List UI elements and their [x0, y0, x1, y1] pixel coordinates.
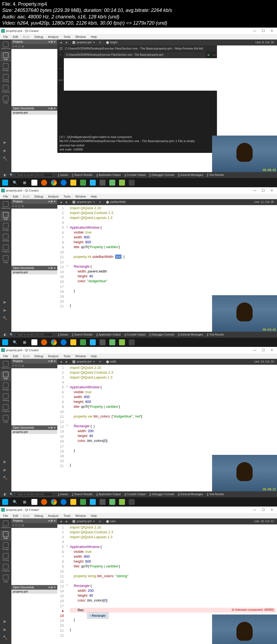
media-info-header: File: 4. Property.mp4 Size: 240537640 by…	[0, 0, 277, 28]
app-icon[interactable]	[127, 179, 136, 187]
app-icon[interactable]	[108, 179, 117, 187]
projects-header[interactable]: Projects▾ ⊞ ✕	[11, 40, 57, 44]
app-icon[interactable]	[88, 179, 97, 187]
run-button[interactable]: ▶	[2, 139, 8, 146]
store-icon[interactable]	[30, 179, 39, 187]
qt-icon	[1, 189, 5, 192]
titlebar[interactable]: property.qml - Qt Creator —☐✕	[0, 187, 277, 194]
open-doc-item[interactable]: property.qml	[11, 111, 57, 115]
qt-creator-window: property.qml - Qt Creator —☐✕ FileEditBu…	[0, 187, 277, 338]
minimize-button[interactable]: —	[250, 28, 259, 34]
titlebar[interactable]: property.qml - Qt Creator — ☐ ✕	[0, 28, 277, 34]
menu-window[interactable]: Window	[73, 35, 88, 39]
run-controls: ▶ ▶ 🔨	[2, 139, 8, 162]
menu-edit[interactable]: Edit	[11, 35, 20, 39]
tab-msg[interactable]: 6General Messages	[176, 173, 205, 177]
ninja-preview-window[interactable]: C:/Users/GODWIN/Desktop/Exercise Files/S…	[57, 45, 217, 153]
term-remove[interactable]: —	[57, 66, 64, 70]
mode-edit[interactable]: Edit	[1, 51, 11, 62]
tab-issues[interactable]: 1Issues	[56, 173, 70, 177]
autocomplete-popup[interactable]: ▫ Rectangle	[87, 613, 108, 619]
window-controls: — ☐ ✕	[250, 28, 276, 34]
start-button[interactable]	[1, 179, 10, 187]
menu-build[interactable]: Build	[21, 35, 32, 39]
menu-analyze[interactable]: Analyze	[46, 35, 61, 39]
app-icon[interactable]	[78, 179, 88, 187]
menubar: File Edit Build Debug Analyze Tools Wind…	[0, 34, 277, 40]
app-icon[interactable]	[98, 179, 107, 187]
mode-help[interactable]: Help	[1, 95, 11, 105]
mode-design[interactable]: Design	[1, 62, 11, 73]
autocomplete-item[interactable]: ▫ Rectangle	[88, 613, 108, 618]
nav-back[interactable]: ◄	[58, 41, 63, 44]
build-button[interactable]: 🔨	[2, 155, 8, 162]
locate-icon[interactable]: 🔍	[9, 173, 14, 178]
close-button[interactable]: ✕	[268, 28, 276, 34]
projects-toolbar[interactable]: ▾⟲▢⊕	[11, 44, 57, 49]
tab-appout[interactable]: 3Application Output	[95, 173, 122, 177]
edge-icon[interactable]	[59, 179, 68, 187]
search-icon[interactable]: 🔍	[10, 179, 19, 187]
qt-icon	[1, 29, 5, 33]
task-view-icon[interactable]: ⊞	[20, 179, 29, 187]
terminal-output: [ 0 ] : QQmlApplicationEngine failed to …	[57, 134, 217, 153]
tab-test[interactable]: 8Test Results	[205, 173, 226, 177]
nav-fwd[interactable]: ►	[64, 41, 69, 44]
window-title: property.qml - Qt Creator	[6, 29, 39, 32]
chrome-icon[interactable]	[49, 179, 58, 187]
term-run[interactable]: ▶	[206, 53, 212, 57]
qt-creator-window: property.qml - Qt Creator — ☐ ✕ File Edi…	[0, 28, 277, 178]
error-message: ⊘ Unknown component. (M300)	[232, 608, 276, 612]
debug-button[interactable]: ▶	[2, 147, 8, 154]
mode-welcome[interactable]: Welcome	[1, 41, 11, 51]
tab-compile[interactable]: 4Compile Output	[123, 173, 147, 177]
navigator-panel: Projects▾ ⊞ ✕ ▾⟲▢⊕ Open Documents▾ ⊞ ✕ p…	[11, 40, 57, 172]
window-title: property.qml - Qt Creator	[6, 189, 39, 192]
webcam-overlay: 00:00:43	[212, 136, 277, 172]
menubar: FileEditBuildDebugAnalyzeToolsWindowHelp	[0, 194, 277, 199]
terminal-icon	[60, 47, 63, 50]
windows-taskbar[interactable]: 🔍 ⊞	[0, 178, 277, 187]
tab-close[interactable]: ✕	[98, 41, 102, 44]
menu-debug[interactable]: Debug	[32, 35, 45, 39]
term-quit[interactable]: Quit	[57, 78, 64, 82]
menu-file[interactable]: File	[1, 35, 10, 39]
toggle-sidebar[interactable]: ◧	[2, 173, 8, 178]
maximize-button[interactable]: ☐	[259, 188, 267, 193]
tab-search[interactable]: 2Search Results	[70, 173, 94, 177]
term-add-tab[interactable]: +	[57, 53, 64, 57]
menu-tools[interactable]: Tools	[61, 35, 73, 39]
mode-debug[interactable]: Debug	[1, 73, 11, 83]
minimize-button[interactable]: —	[250, 188, 259, 193]
app-icon[interactable]	[117, 179, 127, 187]
term-tab[interactable]: C:/Users/GODWIN/Desktop/Exercise Files/S…	[64, 52, 206, 58]
line-col-info: Line: 8, Col: 16	[256, 41, 276, 44]
mode-projects[interactable]: Projects	[1, 84, 11, 94]
qt-creator-window: property.qml - Qt Creator—☐✕ FileEditBui…	[0, 507, 277, 644]
qt-creator-window: property.qml - Qt Creator—☐✕ FileEditBui…	[0, 347, 277, 497]
close-button[interactable]: ✕	[268, 188, 276, 193]
output-pane-bar: ◧ 🔍 1Issues 2Search Results 3Application…	[0, 172, 277, 178]
line-numbers: 123456789101112131415161718192021	[57, 205, 65, 332]
qml-file-icon	[72, 41, 75, 44]
file-tab[interactable]: property.qml ▾	[70, 40, 97, 44]
explorer-icon[interactable]	[69, 179, 78, 187]
tab-dbg[interactable]: 5Debugger Console	[148, 173, 176, 177]
docs-header[interactable]: Open Documents▾ ⊞ ✕	[11, 106, 57, 111]
locator-input[interactable]	[15, 173, 53, 177]
menu-help[interactable]: Help	[89, 35, 99, 39]
term-min[interactable]: —	[212, 53, 217, 57]
term-titlebar[interactable]: C:/Users/GODWIN/Desktop/Exercise Files/S…	[57, 45, 217, 52]
breadcrumb[interactable]: ⬤ height	[105, 41, 118, 44]
editor-tabbar: ◄ ► property.qml ▾ ✕ | ⬤ height Line: 8,…	[57, 40, 277, 45]
firefox-icon[interactable]	[39, 179, 49, 187]
maximize-button[interactable]: ☐	[259, 28, 267, 34]
